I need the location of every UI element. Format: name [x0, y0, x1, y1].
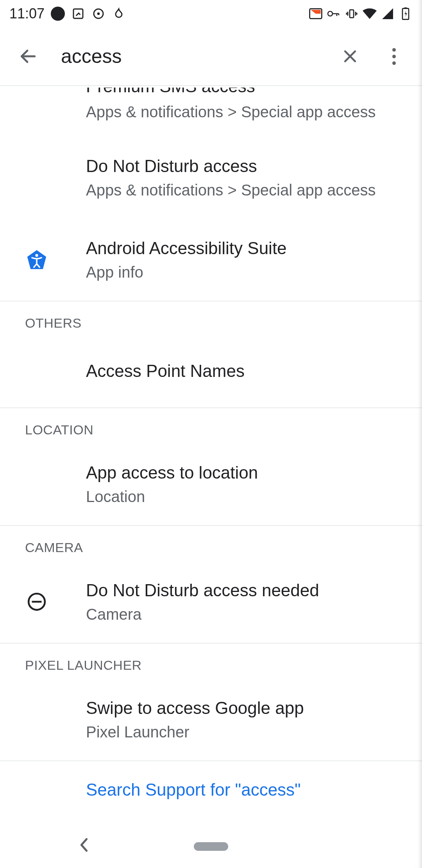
result-title: Android Accessibility Suite [86, 237, 406, 259]
result-breadcrumb: Apps & notifications > Special app acces… [86, 103, 406, 121]
support-link-text: Search Support for "access" [86, 780, 301, 799]
search-bar [0, 27, 422, 86]
result-title: App access to location [86, 462, 406, 484]
nav-back-icon[interactable] [78, 837, 97, 856]
status-clock: 11:07 [9, 5, 45, 22]
overflow-menu-icon[interactable] [383, 45, 405, 67]
svg-point-4 [328, 11, 333, 16]
wifi-icon [363, 7, 377, 21]
svg-rect-7 [404, 7, 407, 9]
do-not-disturb-icon [25, 590, 48, 613]
section-header-pixel-launcher: Pixel Launcher [0, 644, 422, 687]
result-breadcrumb: App info [86, 262, 406, 282]
result-premium-sms-partial[interactable]: Premium SMS access Apps & notifications … [0, 86, 422, 136]
result-title: Premium SMS access [86, 88, 406, 99]
result-breadcrumb: Pixel Launcher [86, 722, 406, 742]
section-header-camera: Camera [0, 526, 422, 569]
section-header-others: Others [0, 301, 422, 345]
status-left: 11:07 [9, 5, 126, 22]
key-icon [327, 7, 341, 21]
search-results: Premium SMS access Apps & notifications … [0, 86, 422, 818]
svg-point-9 [35, 254, 38, 257]
square-notification-icon [71, 7, 85, 21]
flame-notification-icon [112, 7, 126, 21]
result-dnd-access[interactable]: Do Not Disturb access Apps & notificatio… [0, 136, 422, 219]
target-notification-icon [91, 7, 106, 21]
svg-point-2 [97, 13, 100, 15]
svg-rect-5 [350, 10, 354, 18]
status-right [309, 7, 413, 21]
search-input[interactable] [61, 45, 317, 68]
system-nav-bar [0, 825, 422, 868]
result-accessibility-suite[interactable]: Android Accessibility Suite App info [0, 219, 422, 301]
result-title: Do Not Disturb access needed [86, 579, 406, 601]
section-header-location: Location [0, 408, 422, 452]
status-bar: 11:07 [0, 0, 422, 27]
result-app-location-access[interactable]: App access to location Location [0, 452, 422, 525]
result-camera-dnd-needed[interactable]: Do Not Disturb access needed Camera [0, 569, 422, 643]
battery-charging-icon [399, 7, 413, 21]
result-swipe-google-app[interactable]: Swipe to access Google app Pixel Launche… [0, 687, 422, 760]
notification-dot-icon [51, 7, 65, 21]
result-breadcrumb: Camera [86, 604, 406, 624]
cast-icon [309, 7, 323, 21]
accessibility-app-icon [25, 248, 48, 271]
result-title: Do Not Disturb access [86, 155, 406, 177]
nav-home-pill[interactable] [194, 842, 228, 851]
result-breadcrumb: Apps & notifications > Special app acces… [86, 180, 406, 200]
back-arrow-icon[interactable] [17, 45, 39, 67]
cell-signal-icon [381, 7, 395, 21]
clear-search-icon[interactable] [339, 45, 361, 67]
vibrate-icon [345, 7, 359, 21]
result-title: Swipe to access Google app [86, 697, 406, 719]
result-breadcrumb: Location [86, 487, 406, 506]
result-apn[interactable]: Access Point Names [0, 345, 422, 407]
search-support-link[interactable]: Search Support for "access" [0, 761, 422, 818]
result-title: Access Point Names [86, 360, 406, 382]
